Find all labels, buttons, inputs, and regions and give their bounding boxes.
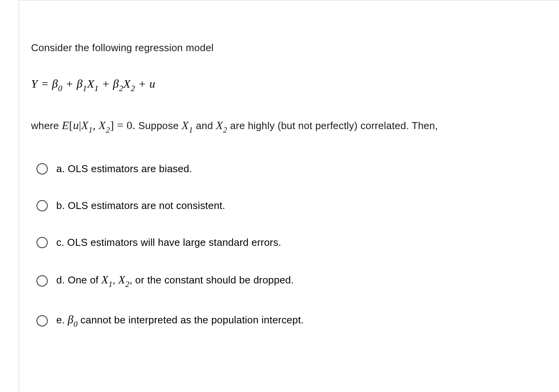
eq-beta0-sub: 0: [58, 84, 62, 93]
where-x2-sub: 2: [106, 125, 110, 135]
eq-beta1-sub: 1: [83, 84, 87, 93]
where-x1-sub: 1: [89, 125, 93, 135]
option-d-x1-sub: 1: [108, 280, 113, 289]
option-d-x2-sub: 2: [125, 280, 130, 289]
eq-x1-sub: 1: [94, 84, 99, 93]
where-suppose-x1-sub: 1: [189, 125, 193, 135]
eq-x2-sub: 2: [131, 84, 135, 93]
page-border: [19, 0, 559, 392]
where-suppose-x2-sub: 2: [223, 125, 227, 135]
eq-beta2-sub: 2: [119, 84, 123, 93]
option-e-beta0-sub: 0: [73, 319, 78, 329]
